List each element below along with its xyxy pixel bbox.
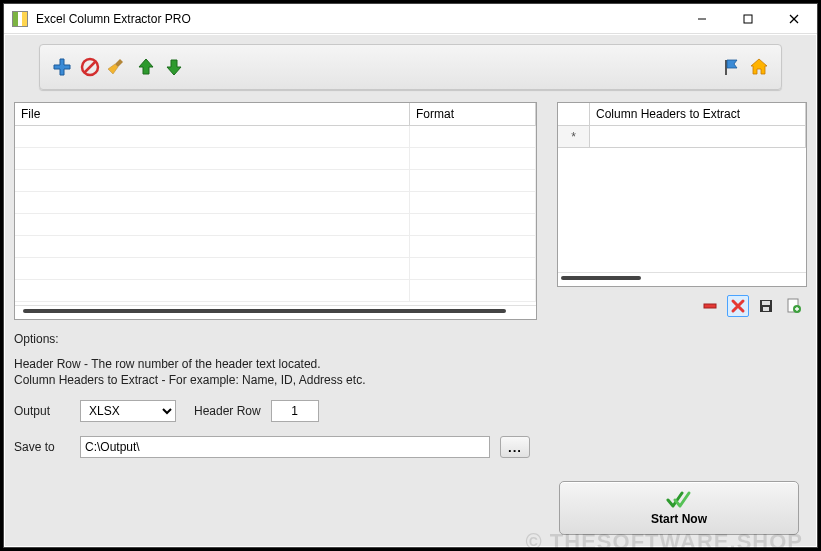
headers-cell[interactable] [590, 126, 806, 147]
options-section: Options: Header Row - The row number of … [14, 332, 807, 458]
headers-actions [557, 295, 807, 317]
x-icon [730, 298, 746, 314]
headers-grid-body[interactable]: * [558, 126, 806, 148]
headers-grid-scrollbar[interactable] [558, 272, 806, 286]
svg-rect-10 [763, 307, 769, 311]
maximize-button[interactable] [725, 4, 771, 34]
add-button[interactable] [48, 53, 76, 81]
svg-rect-1 [744, 15, 752, 23]
move-up-button[interactable] [132, 53, 160, 81]
app-window: Excel Column Extractor PRO [3, 3, 818, 548]
header-row-label: Header Row [194, 404, 261, 418]
arrow-up-icon [136, 57, 156, 77]
save-headers-button[interactable] [755, 295, 777, 317]
home-icon [749, 57, 769, 77]
start-button[interactable]: Start Now [559, 481, 799, 535]
save-to-input[interactable] [80, 436, 490, 458]
broom-icon [108, 57, 128, 77]
titlebar: Excel Column Extractor PRO [4, 4, 817, 34]
headers-grid[interactable]: Column Headers to Extract * [557, 102, 807, 287]
options-heading: Options: [14, 332, 807, 346]
close-button[interactable] [771, 4, 817, 34]
flag-icon [721, 57, 741, 77]
client-area: File Format [4, 34, 817, 547]
output-format-select[interactable]: XLSX [80, 400, 176, 422]
double-check-icon [666, 490, 692, 510]
file-grid-header: File Format [15, 103, 536, 126]
minus-icon [702, 298, 718, 314]
export-headers-button[interactable] [783, 295, 805, 317]
home-button[interactable] [745, 53, 773, 81]
block-button[interactable] [76, 53, 104, 81]
svg-rect-7 [704, 304, 716, 308]
file-column-header[interactable]: File [15, 103, 410, 125]
floppy-icon [758, 298, 774, 314]
options-help-line-2: Column Headers to Extract - For example:… [14, 372, 807, 388]
options-help-line-1: Header Row - The row number of the heade… [14, 356, 807, 372]
main-row: File Format [14, 102, 807, 320]
remove-header-button[interactable] [699, 295, 721, 317]
window-title: Excel Column Extractor PRO [36, 12, 679, 26]
main-toolbar [39, 44, 782, 90]
app-icon [12, 11, 28, 27]
header-row-input[interactable] [271, 400, 319, 422]
format-column-header[interactable]: Format [410, 103, 536, 125]
sheet-export-icon [786, 298, 802, 314]
svg-line-5 [85, 62, 96, 73]
headers-selector-column [558, 103, 590, 125]
headers-pane: Column Headers to Extract * [557, 102, 807, 320]
language-button[interactable] [717, 53, 745, 81]
move-down-button[interactable] [160, 53, 188, 81]
file-list-grid[interactable]: File Format [14, 102, 537, 320]
row-indicator: * [558, 126, 590, 147]
headers-grid-header: Column Headers to Extract [558, 103, 806, 126]
file-grid-scrollbar[interactable] [15, 305, 536, 319]
arrow-down-icon [164, 57, 184, 77]
delete-header-button[interactable] [727, 295, 749, 317]
plus-icon [52, 57, 72, 77]
output-row: Output XLSX Header Row [14, 400, 807, 422]
file-grid-body[interactable] [15, 126, 536, 305]
browse-button[interactable]: ... [500, 436, 530, 458]
save-to-label: Save to [14, 440, 70, 454]
start-button-label: Start Now [651, 512, 707, 526]
svg-rect-9 [762, 301, 770, 305]
save-to-row: Save to ... [14, 436, 807, 458]
clean-button[interactable] [104, 53, 132, 81]
headers-column-header[interactable]: Column Headers to Extract [590, 103, 806, 125]
headers-row[interactable]: * [558, 126, 806, 148]
minimize-button[interactable] [679, 4, 725, 34]
output-label: Output [14, 404, 70, 418]
no-entry-icon [80, 57, 100, 77]
